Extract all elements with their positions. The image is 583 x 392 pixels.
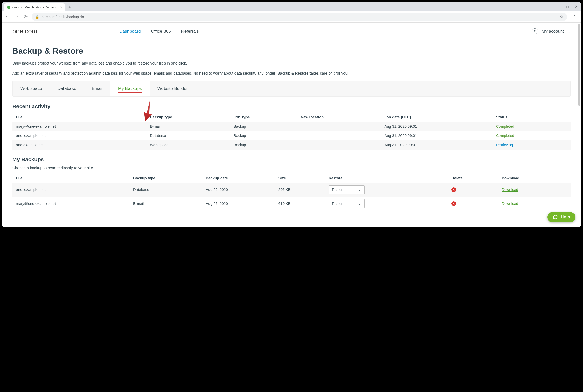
svg-point-0 <box>534 30 535 31</box>
restore-dropdown[interactable]: Restore⌄ <box>329 199 365 208</box>
nav-office365[interactable]: Office 365 <box>151 29 171 34</box>
browser-window: one.com Web hosting - Domain... × + — □ … <box>2 2 581 227</box>
tab-bar: one.com Web hosting - Domain... × + — □ … <box>2 2 581 11</box>
delete-button[interactable]: ✕ <box>451 201 456 206</box>
address-bar: ← → ⟳ 🔒 one.com/admin/backup.do ☆ ⋮ <box>2 11 581 23</box>
cell-job-type: Backup <box>230 122 297 131</box>
cell-job-date: Aug 31, 2020 09:01 <box>381 140 492 150</box>
help-label: Help <box>561 215 570 220</box>
download-link[interactable]: Download <box>502 202 518 206</box>
browser-chrome: one.com Web hosting - Domain... × + — □ … <box>2 2 581 23</box>
my-backups-table: File Backup type Backup date Size Restor… <box>12 174 571 211</box>
cell-job-type: Backup <box>230 131 297 140</box>
col-backup-type: Backup type <box>130 174 202 183</box>
top-nav: Dashboard Office 365 Referrals <box>119 29 199 34</box>
cell-backup-type: Database <box>146 131 230 140</box>
cell-size: 619 KB <box>275 197 325 211</box>
chat-icon <box>552 215 558 220</box>
description-line-2: Add an extra layer of security and prote… <box>12 70 571 76</box>
col-download: Download <box>498 174 571 183</box>
close-window-button[interactable]: ✕ <box>575 5 578 9</box>
browser-menu-button[interactable]: ⋮ <box>571 16 578 17</box>
window-controls: — □ ✕ <box>557 5 578 9</box>
col-file: File <box>12 174 130 183</box>
col-file: File <box>12 113 146 122</box>
url-text: one.com/admin/backup.do <box>42 15 557 19</box>
col-status: Status <box>493 113 571 122</box>
account-label: My account <box>542 29 564 34</box>
cell-backup-date: Aug 25, 2020 <box>202 197 275 211</box>
close-tab-icon[interactable]: × <box>60 5 62 10</box>
tab-mybackups[interactable]: My Backups <box>110 81 150 96</box>
chevron-down-icon: ⌄ <box>568 29 571 33</box>
page-title: Backup & Restore <box>12 46 571 56</box>
cell-backup-type: E-mail <box>130 197 202 211</box>
col-job-type: Job Type <box>230 113 297 122</box>
lock-icon: 🔒 <box>35 15 39 19</box>
col-backup-date: Backup date <box>202 174 275 183</box>
bookmark-star-icon[interactable]: ☆ <box>560 14 563 19</box>
cell-job-type: Backup <box>230 140 297 150</box>
page-description: Daily backups protect your website from … <box>12 60 571 76</box>
reload-button[interactable]: ⟳ <box>23 14 28 20</box>
tab-database[interactable]: Database <box>50 81 84 96</box>
url-field[interactable]: 🔒 one.com/admin/backup.do ☆ <box>32 13 567 21</box>
col-backup-type: Backup type <box>146 113 230 122</box>
restore-dropdown[interactable]: Restore⌄ <box>329 185 365 194</box>
tab-email[interactable]: Email <box>84 81 111 96</box>
col-restore: Restore <box>325 174 448 183</box>
cell-new-location <box>297 122 381 131</box>
cell-job-date: Aug 31, 2020 09:01 <box>381 131 492 140</box>
tab-title: one.com Web hosting - Domain... <box>12 6 58 9</box>
col-size: Size <box>275 174 325 183</box>
back-button[interactable]: ← <box>5 14 10 20</box>
cell-restore: Restore⌄ <box>325 183 448 197</box>
cell-size: 295 KB <box>275 183 325 197</box>
cell-backup-type: Database <box>130 183 202 197</box>
delete-button[interactable]: ✕ <box>451 187 456 192</box>
cell-file: mary@one-example.net <box>12 122 146 131</box>
table-row: one-example.netWeb spaceBackupAug 31, 20… <box>12 140 571 150</box>
tab-webspace[interactable]: Web space <box>13 81 50 96</box>
site-header: one.com Dashboard Office 365 Referrals M… <box>2 23 581 40</box>
cell-file: one-example.net <box>12 140 146 150</box>
minimize-button[interactable]: — <box>557 5 560 9</box>
cell-backup-type: Web space <box>146 140 230 150</box>
cell-delete: ✕ <box>448 183 498 197</box>
user-icon <box>532 28 538 34</box>
maximize-button[interactable]: □ <box>567 5 569 9</box>
forward-button[interactable]: → <box>14 14 20 20</box>
cell-backup-date: Aug 29, 2020 <box>202 183 275 197</box>
col-delete: Delete <box>448 174 498 183</box>
scrollbar-thumb[interactable] <box>578 24 580 106</box>
cell-new-location <box>297 140 381 150</box>
col-job-date: Job date (UTC) <box>381 113 492 122</box>
download-link[interactable]: Download <box>502 188 518 192</box>
cell-download: Download <box>498 197 571 211</box>
category-tabs: Web space Database Email My Backups Webs… <box>12 81 571 97</box>
account-menu[interactable]: My account ⌄ <box>532 28 571 34</box>
chevron-down-icon: ⌄ <box>358 202 361 206</box>
site-logo[interactable]: one.com <box>12 27 37 35</box>
nav-dashboard[interactable]: Dashboard <box>119 29 141 34</box>
scrollbar[interactable] <box>577 23 581 227</box>
cell-job-date: Aug 31, 2020 09:01 <box>381 122 492 131</box>
new-tab-button[interactable]: + <box>67 5 72 10</box>
my-backups-heading: My Backups <box>12 156 571 162</box>
table-row: mary@one-example.netE-mailAug 25, 202061… <box>12 197 571 211</box>
page-content: Backup & Restore Daily backups protect y… <box>2 40 581 217</box>
browser-tab[interactable]: one.com Web hosting - Domain... × <box>4 3 65 12</box>
help-button[interactable]: Help <box>547 212 575 222</box>
cell-status: Completed <box>493 122 571 131</box>
tab-websitebuilder[interactable]: Website Builder <box>150 81 196 96</box>
cell-restore: Restore⌄ <box>325 197 448 211</box>
cell-download: Download <box>498 183 571 197</box>
recent-activity-heading: Recent activity <box>12 103 571 110</box>
table-row: one_example_netDatabaseBackupAug 31, 202… <box>12 131 571 140</box>
chevron-down-icon: ⌄ <box>358 188 361 192</box>
page-viewport: one.com Dashboard Office 365 Referrals M… <box>2 23 581 227</box>
nav-referrals[interactable]: Referrals <box>181 29 199 34</box>
cell-new-location <box>297 131 381 140</box>
cell-file: one_example_net <box>12 183 130 197</box>
my-backups-sub: Choose a backup to restore directly to y… <box>12 166 571 170</box>
